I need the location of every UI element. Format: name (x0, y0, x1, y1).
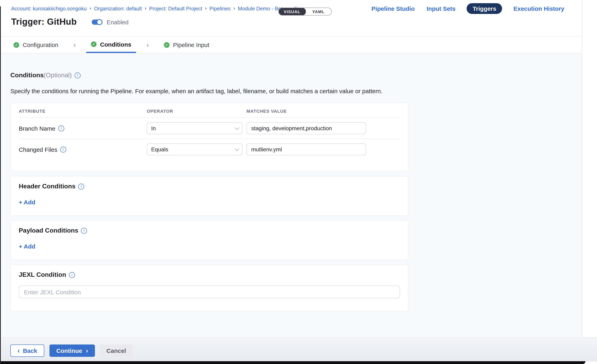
jexl-condition-card: JEXL Condition i (10, 265, 408, 311)
page-title: Trigger: GitHub (11, 17, 77, 27)
nav-triggers[interactable]: Triggers (467, 3, 502, 14)
conditions-heading-text: Conditions (10, 72, 44, 79)
page-header: Account: kurosakiichigo.songoku › Organi… (0, 0, 582, 37)
window-bottom-edge (0, 361, 585, 364)
operator-select[interactable]: In (147, 122, 243, 134)
check-circle-icon: ✓ (91, 41, 96, 47)
chevron-left-icon: ‹ (17, 347, 20, 354)
visual-yaml-toggle: VISUAL YAML (278, 8, 332, 15)
wizard-footer: ‹ Back Continue › Cancel (0, 337, 597, 362)
toggle-visual[interactable]: VISUAL (278, 8, 306, 15)
add-payload-condition-button[interactable]: + Add (19, 243, 35, 250)
info-icon[interactable]: i (69, 272, 75, 278)
toggle-knob (97, 19, 103, 25)
wizard-tabs: ✓ Configuration › ✓ Conditions › ✓ Pipel… (0, 37, 582, 53)
operator-value: In (151, 125, 156, 131)
conditions-heading: Conditions (Optional) i (10, 72, 80, 79)
breadcrumb-organization[interactable]: Organization: default (94, 6, 142, 12)
app-window: Account: kurosakiichigo.songoku › Organi… (0, 0, 597, 364)
cancel-button[interactable]: Cancel (100, 344, 133, 357)
tab-pipeline-input-label: Pipeline Input (173, 41, 209, 48)
col-attribute: ATTRIBUTE (19, 109, 147, 114)
window-left-edge (0, 6, 1, 364)
attribute-label: Branch Name (19, 125, 55, 132)
col-matches-value: MATCHES VALUE (246, 109, 400, 114)
table-row: Branch Name i In (19, 118, 400, 139)
operator-value: Equals (151, 146, 168, 152)
chevron-right-icon: › (63, 37, 86, 53)
add-header-condition-button[interactable]: + Add (19, 199, 35, 205)
nav-pipeline-studio[interactable]: Pipeline Studio (371, 3, 416, 14)
back-button-label: Back (23, 347, 37, 354)
chevron-right-icon: › (233, 5, 235, 11)
chevron-right-icon: › (145, 5, 146, 11)
toggle-yaml[interactable]: YAML (305, 8, 331, 15)
conditions-panel: Conditions (Optional) i Specify the cond… (0, 53, 582, 338)
breadcrumb-project[interactable]: Project: Default Project (149, 6, 202, 12)
breadcrumb-pipelines[interactable]: Pipelines (210, 6, 231, 12)
nav-execution-history[interactable]: Execution History (513, 3, 565, 14)
header-conditions-card: Header Conditions i + Add (10, 176, 408, 216)
title-row: Trigger: GitHub Enabled (11, 17, 129, 27)
table-header-row: ATTRIBUTE OPERATOR MATCHES VALUE (19, 109, 400, 118)
chevron-down-icon (235, 147, 239, 151)
payload-conditions-card: Payload Conditions i + Add (10, 220, 408, 260)
conditions-table-card: ATTRIBUTE OPERATOR MATCHES VALUE Branch … (10, 103, 408, 171)
col-operator: OPERATOR (147, 109, 246, 114)
main-column: Account: kurosakiichigo.songoku › Organi… (0, 0, 582, 364)
cancel-button-label: Cancel (106, 347, 126, 354)
matches-value-input[interactable] (246, 122, 366, 134)
info-icon[interactable]: i (58, 125, 64, 131)
chevron-right-icon: › (205, 5, 207, 11)
right-gutter (582, 0, 597, 337)
header-conditions-heading: Header Conditions (19, 183, 75, 190)
breadcrumb: Account: kurosakiichigo.songoku › Organi… (11, 6, 308, 12)
conditions-optional-text: (Optional) (44, 72, 72, 79)
tab-configuration[interactable]: ✓ Configuration (9, 37, 63, 53)
chevron-down-icon (235, 125, 239, 130)
continue-button[interactable]: Continue › (49, 344, 95, 357)
enabled-label: Enabled (107, 19, 129, 25)
jexl-condition-heading: JEXL Condition (19, 271, 66, 278)
breadcrumb-account[interactable]: Account: kurosakiichigo.songoku (11, 6, 87, 12)
payload-conditions-heading: Payload Conditions (19, 227, 78, 234)
info-icon[interactable]: i (75, 72, 80, 78)
attribute-label: Changed Files (19, 146, 57, 153)
pipeline-nav: Pipeline Studio Input Sets Triggers Exec… (371, 3, 565, 14)
tab-conditions[interactable]: ✓ Conditions (86, 37, 136, 53)
info-icon[interactable]: i (60, 146, 66, 152)
chevron-right-icon: › (136, 37, 159, 53)
jexl-condition-input[interactable] (19, 286, 400, 298)
tab-pipeline-input[interactable]: ✓ Pipeline Input (159, 37, 214, 53)
chevron-right-icon: › (90, 5, 91, 11)
panel-divider (582, 0, 582, 337)
continue-button-label: Continue (56, 347, 82, 354)
table-row: Changed Files i Equals (19, 139, 400, 160)
check-circle-icon: ✓ (14, 42, 19, 48)
info-icon[interactable]: i (81, 228, 87, 234)
operator-select[interactable]: Equals (147, 143, 243, 155)
tab-configuration-label: Configuration (23, 41, 58, 48)
check-circle-icon: ✓ (164, 42, 170, 48)
enabled-toggle[interactable] (92, 19, 102, 24)
conditions-description: Specify the conditions for running the P… (10, 88, 382, 94)
tab-conditions-label: Conditions (100, 41, 131, 48)
matches-value-input[interactable] (246, 143, 366, 155)
nav-input-sets[interactable]: Input Sets (426, 3, 456, 14)
info-icon[interactable]: i (78, 183, 84, 189)
back-button[interactable]: ‹ Back (10, 344, 44, 357)
chevron-right-icon: › (86, 347, 88, 354)
